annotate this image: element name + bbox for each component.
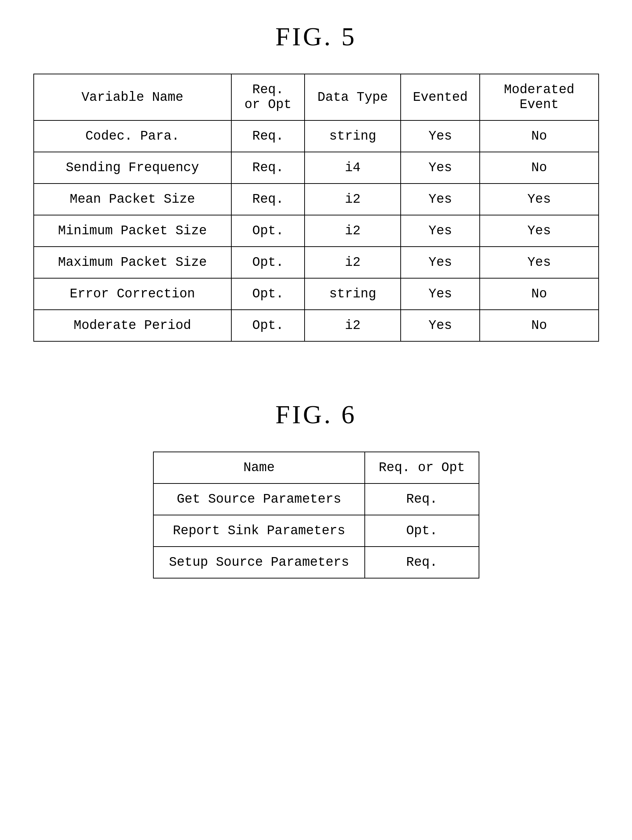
fig5-cell-evented-0: Yes	[401, 120, 480, 152]
fig5-cell-req-0: Req.	[231, 120, 305, 152]
fig5-cell-variable-4: Maximum Packet Size	[34, 246, 231, 278]
fig5-cell-variable-3: Minimum Packet Size	[34, 215, 231, 246]
fig5-cell-evented-1: Yes	[401, 152, 480, 183]
fig5-cell-datatype-0: string	[304, 120, 401, 152]
fig5-cell-evented-2: Yes	[401, 183, 480, 215]
fig5-cell-evented-4: Yes	[401, 246, 480, 278]
fig5-table: Variable Name Req. or Opt Data Type Even…	[33, 74, 599, 342]
fig5-cell-variable-0: Codec. Para.	[34, 120, 231, 152]
fig5-cell-datatype-6: i2	[304, 310, 401, 341]
fig5-cell-evented-5: Yes	[401, 278, 480, 310]
fig6-title: FIG. 6	[29, 400, 603, 430]
fig5-cell-datatype-1: i4	[304, 152, 401, 183]
fig5-header-datatype: Data Type	[304, 74, 401, 120]
fig5-cell-req-4: Opt.	[231, 246, 305, 278]
fig5-row-2: Mean Packet Size Req. i2 Yes Yes	[34, 183, 599, 215]
fig5-row-3: Minimum Packet Size Opt. i2 Yes Yes	[34, 215, 599, 246]
fig5-header-evented: Evented	[401, 74, 480, 120]
fig5-cell-datatype-2: i2	[304, 183, 401, 215]
fig6-header-req: Req. or Opt	[365, 452, 479, 483]
fig6-row-1: Report Sink Parameters Opt.	[153, 515, 479, 546]
fig5-cell-moderated-3: Yes	[480, 215, 598, 246]
fig5-cell-variable-6: Moderate Period	[34, 310, 231, 341]
fig6-cell-name-0: Get Source Parameters	[153, 483, 365, 515]
fig5-cell-moderated-2: Yes	[480, 183, 598, 215]
fig6-table-container: Name Req. or Opt Get Source Parameters R…	[153, 452, 479, 578]
fig5-cell-datatype-3: i2	[304, 215, 401, 246]
fig5-header-moderated: Moderated Event	[480, 74, 598, 120]
fig5-cell-moderated-1: No	[480, 152, 598, 183]
fig5-header-req: Req. or Opt	[231, 74, 305, 120]
fig6-cell-req-2: Req.	[365, 546, 479, 578]
fig5-cell-moderated-5: No	[480, 278, 598, 310]
fig5-cell-evented-3: Yes	[401, 215, 480, 246]
fig5-cell-req-5: Opt.	[231, 278, 305, 310]
fig6-row-2: Setup Source Parameters Req.	[153, 546, 479, 578]
fig6-cell-req-1: Opt.	[365, 515, 479, 546]
fig5-cell-moderated-6: No	[480, 310, 598, 341]
fig5-row-6: Moderate Period Opt. i2 Yes No	[34, 310, 599, 341]
section-gap-1	[29, 356, 603, 400]
fig5-header-row: Variable Name Req. or Opt Data Type Even…	[34, 74, 599, 120]
fig5-cell-datatype-5: string	[304, 278, 401, 310]
fig5-cell-moderated-4: Yes	[480, 246, 598, 278]
fig5-cell-variable-2: Mean Packet Size	[34, 183, 231, 215]
fig6-cell-req-0: Req.	[365, 483, 479, 515]
fig6-header-name: Name	[153, 452, 365, 483]
fig6-cell-name-2: Setup Source Parameters	[153, 546, 365, 578]
fig5-title: FIG. 5	[29, 22, 603, 52]
fig5-cell-moderated-0: No	[480, 120, 598, 152]
fig6-table: Name Req. or Opt Get Source Parameters R…	[153, 452, 479, 578]
fig5-table-container: Variable Name Req. or Opt Data Type Even…	[33, 74, 599, 342]
fig5-row-0: Codec. Para. Req. string Yes No	[34, 120, 599, 152]
fig5-cell-req-6: Opt.	[231, 310, 305, 341]
fig5-row-4: Maximum Packet Size Opt. i2 Yes Yes	[34, 246, 599, 278]
fig6-row-0: Get Source Parameters Req.	[153, 483, 479, 515]
fig5-header-variable: Variable Name	[34, 74, 231, 120]
fig5-row-1: Sending Frequency Req. i4 Yes No	[34, 152, 599, 183]
fig5-cell-variable-1: Sending Frequency	[34, 152, 231, 183]
fig5-cell-req-1: Req.	[231, 152, 305, 183]
fig6-header-row: Name Req. or Opt	[153, 452, 479, 483]
fig5-cell-req-2: Req.	[231, 183, 305, 215]
fig5-cell-req-3: Opt.	[231, 215, 305, 246]
fig5-cell-datatype-4: i2	[304, 246, 401, 278]
fig5-cell-evented-6: Yes	[401, 310, 480, 341]
fig6-cell-name-1: Report Sink Parameters	[153, 515, 365, 546]
fig5-cell-variable-5: Error Correction	[34, 278, 231, 310]
fig5-row-5: Error Correction Opt. string Yes No	[34, 278, 599, 310]
